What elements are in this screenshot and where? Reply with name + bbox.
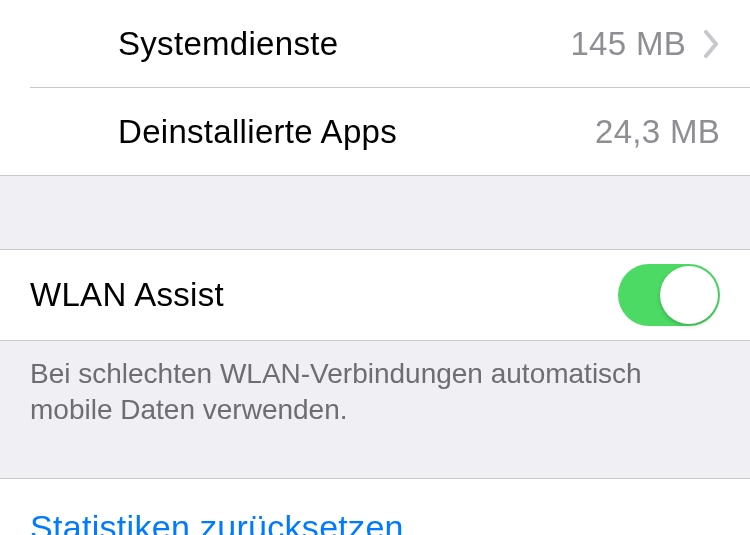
wlan-assist-description: Bei schlechten WLAN-Verbindungen automat… [0,341,750,453]
row-separator [0,340,750,341]
usage-section: Systemdienste 145 MB Deinstallierte Apps… [0,0,750,176]
reset-statistics-label: Statistiken zurücksetzen [30,508,404,535]
switch-thumb [660,266,718,324]
wlan-assist-section: WLAN Assist [0,249,750,341]
system-services-label: Systemdienste [118,25,570,63]
uninstalled-apps-value: 24,3 MB [595,113,720,151]
wlan-assist-label: WLAN Assist [30,276,618,314]
chevron-right-icon [704,30,720,58]
row-separator [0,478,750,479]
system-services-row[interactable]: Systemdienste 145 MB [0,0,750,88]
section-spacer [0,176,750,249]
row-separator [0,249,750,250]
section-spacer [0,453,750,478]
wlan-assist-toggle[interactable] [618,264,720,326]
wlan-assist-row: WLAN Assist [0,249,750,341]
reset-statistics-row[interactable]: Statistiken zurücksetzen [0,478,750,535]
system-services-value: 145 MB [570,25,686,63]
uninstalled-apps-row: Deinstallierte Apps 24,3 MB [0,88,750,176]
uninstalled-apps-label: Deinstallierte Apps [118,113,595,151]
